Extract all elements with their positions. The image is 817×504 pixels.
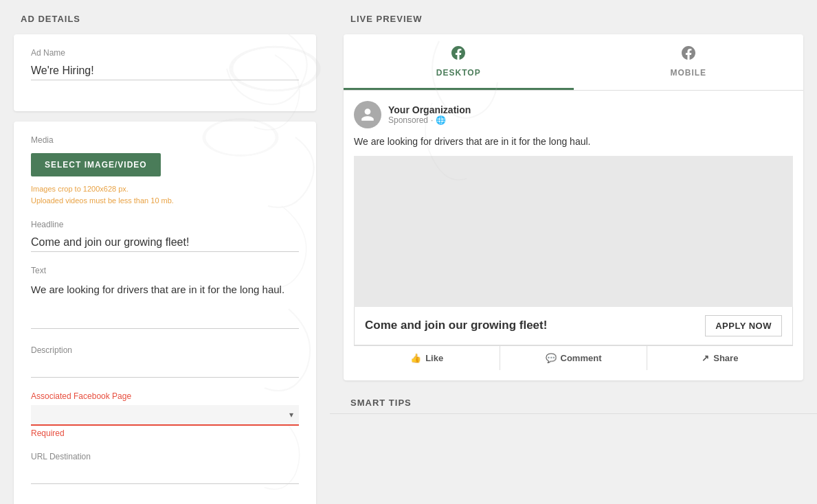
dot-separator: ·: [431, 115, 433, 125]
required-text: Required: [31, 428, 299, 438]
mobile-tab-label: MOBILE: [670, 68, 706, 78]
fb-post-preview: Your Organization Sponsored · 🌐 We are l…: [344, 91, 803, 380]
like-label: Like: [425, 353, 443, 363]
left-panel: AD DETAILS Ad Name Media SELECT IMAGE/VI…: [0, 0, 330, 504]
smart-tips-divider: [330, 413, 817, 414]
tab-desktop[interactable]: DESKTOP: [344, 34, 574, 90]
media-hint-2: Uploaded videos must be less than 10 mb.: [31, 195, 299, 207]
right-panel: LIVE PREVIEW DESKTOP: [330, 0, 817, 504]
media-group: Media SELECT IMAGE/VIDEO Images crop to …: [31, 135, 299, 206]
fb-post-text: We are looking for drivers that are in i…: [354, 135, 793, 149]
headline-group: Headline: [31, 220, 299, 252]
ad-name-input[interactable]: [31, 62, 299, 80]
preview-tabs: DESKTOP MOBILE: [344, 34, 803, 91]
url-destination-input[interactable]: [31, 466, 299, 484]
text-textarea[interactable]: We are looking for drivers that are in i…: [31, 279, 299, 329]
select-image-button[interactable]: SELECT IMAGE/VIDEO: [31, 153, 161, 176]
comment-label: Comment: [561, 353, 602, 363]
desktop-tab-label: DESKTOP: [436, 68, 481, 78]
share-label: Share: [713, 353, 738, 363]
like-icon: 👍: [410, 353, 421, 363]
text-group: Text We are looking for drivers that are…: [31, 266, 299, 332]
url-destination-label: URL Destination: [31, 452, 299, 461]
ad-name-label: Ad Name: [31, 48, 299, 58]
avatar: [354, 101, 381, 128]
facebook-page-group: Associated Facebook Page ▾ Required: [31, 391, 299, 438]
description-group: Description: [31, 345, 299, 378]
media-card: Media SELECT IMAGE/VIDEO Images crop to …: [14, 122, 316, 504]
description-label: Description: [31, 345, 299, 355]
headline-label: Headline: [31, 220, 299, 229]
fb-card-bottom: Come and join our growing fleet! APPLY N…: [354, 307, 793, 345]
facebook-page-label: Associated Facebook Page: [31, 391, 299, 401]
comment-button[interactable]: 💬 Comment: [500, 346, 647, 370]
smart-tips-title: SMART TIPS: [330, 391, 817, 408]
fb-post-header: Your Organization Sponsored · 🌐: [354, 101, 793, 128]
fb-post-org-info: Your Organization Sponsored · 🌐: [388, 104, 471, 125]
sponsored-text: Sponsored: [388, 115, 428, 125]
apply-now-button[interactable]: APPLY NOW: [705, 315, 782, 336]
left-section-title: AD DETAILS: [0, 14, 330, 34]
org-name: Your Organization: [388, 104, 471, 115]
right-section-title: LIVE PREVIEW: [330, 14, 817, 34]
fb-actions-bar: 👍 Like 💬 Comment ↗ Share: [354, 345, 793, 370]
share-button[interactable]: ↗ Share: [647, 346, 793, 370]
url-destination-group: URL Destination: [31, 452, 299, 484]
fb-headline-text: Come and join our growing fleet!: [365, 319, 547, 332]
ad-name-card: Ad Name: [14, 34, 316, 111]
fb-image-area: [354, 156, 793, 307]
ad-name-group: Ad Name: [31, 48, 299, 80]
description-input[interactable]: [31, 359, 299, 378]
sponsored-line: Sponsored · 🌐: [388, 115, 471, 125]
media-hint-1: Images crop to 1200x628 px.: [31, 183, 299, 195]
headline-input[interactable]: [31, 233, 299, 252]
tab-mobile[interactable]: MOBILE: [574, 34, 804, 90]
desktop-facebook-icon: [450, 45, 467, 65]
media-label: Media: [31, 135, 299, 145]
facebook-page-select-wrapper: ▾: [31, 405, 299, 426]
comment-icon: 💬: [546, 353, 557, 363]
share-icon: ↗: [702, 353, 709, 363]
preview-card: DESKTOP MOBILE: [344, 34, 803, 380]
globe-icon: 🌐: [436, 115, 446, 125]
mobile-facebook-icon: [680, 45, 697, 65]
facebook-page-select[interactable]: [31, 405, 299, 424]
like-button[interactable]: 👍 Like: [354, 346, 500, 370]
text-label: Text: [31, 266, 299, 275]
